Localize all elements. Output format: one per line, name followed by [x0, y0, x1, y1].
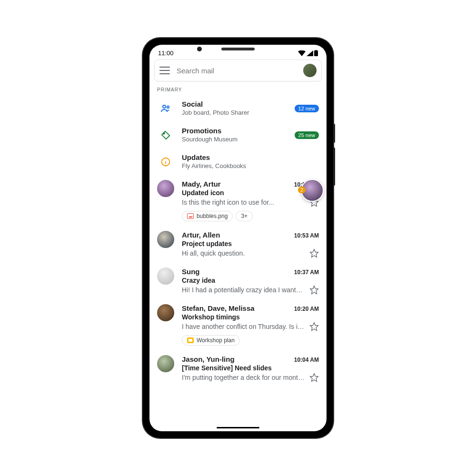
- email-preview: Hi all, quick question.: [182, 249, 306, 257]
- email-time: 10:53 AM: [294, 232, 319, 239]
- attachment-chip[interactable]: bubbles.png: [182, 211, 233, 221]
- status-icons: [298, 50, 318, 56]
- sender-avatar: [157, 180, 174, 197]
- email-preview: Hi! I had a potentially crazy idea I wan…: [182, 286, 306, 294]
- svg-point-2: [163, 105, 166, 108]
- email-row[interactable]: Mady, Artur 10:55 AM Updated icon Is thi…: [149, 175, 327, 226]
- search-input[interactable]: [177, 67, 303, 75]
- email-sender: Jason, Yun-ling: [182, 355, 235, 363]
- chat-head-avatar[interactable]: 2: [301, 179, 324, 202]
- badge: 25 new: [295, 131, 319, 139]
- svg-point-4: [163, 133, 165, 134]
- svg-marker-12: [310, 374, 318, 382]
- people-icon: [157, 100, 174, 117]
- email-sender: Sung: [182, 268, 200, 276]
- email-row[interactable]: Artur, Allen 10:53 AM Project updates Hi…: [149, 226, 327, 263]
- battery-icon: [314, 50, 318, 56]
- email-subject: Crazy idea: [182, 277, 319, 284]
- sender-avatar: [157, 268, 174, 285]
- home-indicator[interactable]: [217, 427, 259, 428]
- category-sub: Sourdough Museum: [182, 136, 295, 143]
- category-title: Social: [182, 100, 295, 108]
- screen: 11:00 PRIMARY: [149, 45, 327, 431]
- svg-marker-11: [310, 323, 318, 331]
- email-row[interactable]: Jason, Yun-ling 10:04 AM [Time Sensitive…: [149, 350, 327, 387]
- section-label: PRIMARY: [149, 85, 327, 95]
- email-time: 10:04 AM: [294, 357, 319, 363]
- status-bar: 11:00: [149, 45, 327, 59]
- category-sub: Job board, Photo Sharer: [182, 109, 295, 116]
- signal-icon: [307, 50, 313, 56]
- search-bar[interactable]: [154, 60, 322, 81]
- email-time: 10:20 AM: [294, 306, 319, 312]
- tag-icon: [157, 127, 174, 144]
- email-preview: I'm putting together a deck for our mont…: [182, 374, 306, 381]
- email-row[interactable]: Sung 10:37 AM Crazy idea Hi! I had a pot…: [149, 263, 327, 299]
- email-sender: Artur, Allen: [182, 231, 220, 239]
- star-icon[interactable]: [309, 248, 319, 258]
- speaker-notch: [221, 48, 255, 50]
- email-preview: I have another conflict on Thursday. Is …: [182, 323, 306, 330]
- svg-rect-1: [316, 50, 317, 51]
- image-icon: [187, 213, 194, 219]
- info-icon: [157, 153, 174, 170]
- svg-point-3: [167, 106, 169, 108]
- email-subject: Workshop timings: [182, 313, 319, 321]
- category-sub: Fly Airlines, Cookbooks: [182, 162, 319, 169]
- email-time: 10:37 AM: [294, 269, 319, 276]
- email-subject: Project updates: [182, 240, 319, 248]
- status-time: 11:00: [158, 50, 174, 57]
- category-title: Promotions: [182, 127, 295, 135]
- category-updates[interactable]: Updates Fly Airlines, Cookbooks: [149, 149, 327, 175]
- category-social[interactable]: Social Job board, Photo Sharer 12 new: [149, 95, 327, 122]
- chat-head-badge: 2: [298, 187, 306, 193]
- email-preview: Is this the right icon to use for...: [182, 198, 306, 206]
- profile-avatar[interactable]: [303, 64, 317, 77]
- star-icon[interactable]: [309, 285, 319, 295]
- sender-avatar: [157, 231, 174, 248]
- slides-icon: [187, 337, 194, 343]
- inbox-list[interactable]: Social Job board, Photo Sharer 12 new Pr…: [149, 95, 327, 431]
- svg-marker-10: [310, 286, 318, 294]
- phone-frame: 11:00 PRIMARY: [143, 38, 333, 438]
- star-icon[interactable]: [309, 373, 319, 382]
- email-sender: Mady, Artur: [182, 180, 221, 188]
- sender-avatar: [157, 355, 174, 372]
- power-button: [333, 124, 335, 143]
- email-subject: [Time Sensitive] Need slides: [182, 364, 319, 372]
- badge: 12 new: [295, 105, 319, 112]
- chip-label: Workshop plan: [197, 337, 235, 344]
- sender-avatar: [157, 304, 174, 321]
- category-promotions[interactable]: Promotions Sourdough Museum 25 new: [149, 122, 327, 149]
- email-row[interactable]: Stefan, Dave, Melissa 10:20 AM Workshop …: [149, 299, 327, 350]
- hamburger-icon[interactable]: [159, 67, 170, 74]
- email-sender: Stefan, Dave, Melissa: [182, 304, 255, 312]
- category-title: Updates: [182, 153, 319, 161]
- chip-label: 3+: [241, 213, 248, 219]
- svg-marker-9: [310, 249, 318, 258]
- chip-label: bubbles.png: [197, 213, 228, 219]
- wifi-icon: [298, 50, 306, 56]
- attachment-chip[interactable]: Workshop plan: [182, 335, 240, 346]
- star-icon[interactable]: [309, 322, 319, 331]
- svg-rect-0: [314, 50, 318, 56]
- volume-button: [333, 148, 335, 186]
- front-camera: [197, 47, 202, 51]
- attachment-more-chip[interactable]: 3+: [236, 211, 253, 221]
